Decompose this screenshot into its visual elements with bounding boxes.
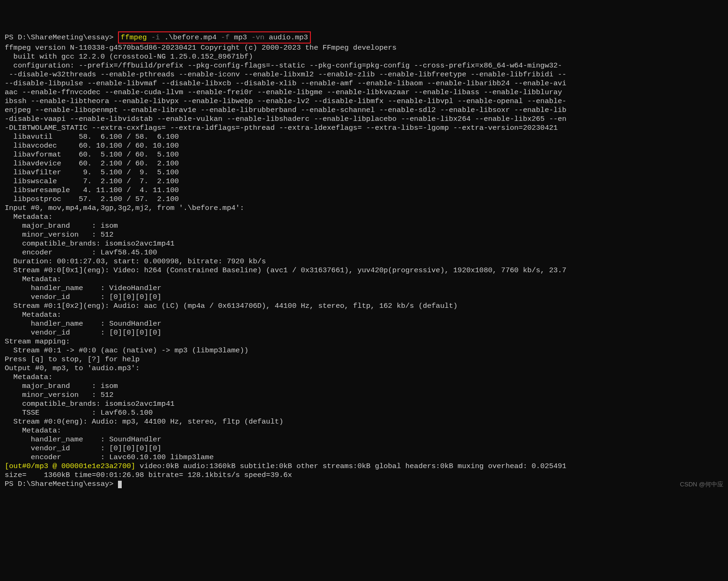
line: libavfilter 9. 5.100 / 9. 5.100 [5,168,179,177]
line: libswscale 7. 2.100 / 7. 2.100 [5,177,179,186]
line: compatible_brands: isomiso2avc1mp41 [5,239,175,248]
line: libavdevice 60. 2.100 / 60. 2.100 [5,159,179,168]
line: Metadata: [5,275,61,283]
line: handler_name : SoundHandler [5,320,162,328]
cursor-icon[interactable] [118,481,122,488]
ps-prompt: PS D:\ShareMeeting\essay> [5,480,114,488]
out-tag: [out#0/mp3 @ 000001e1e23a2700] [5,462,135,470]
line: Stream #0:0(eng): Audio: mp3, 44100 Hz, … [5,417,283,426]
watermark: CSDN @何中应 [680,480,723,489]
line: Duration: 00:01:27.03, start: 0.000998, … [5,257,266,266]
line: ibssh --enable-libtheora --enable-libvpx… [5,97,566,105]
command-highlight-box: ffmpeg -i .\before.mp4 -f mp3 -vn audio.… [118,31,311,44]
line: Input #0, mov,mp4,m4a,3gp,3g2,mj2, from … [5,204,244,212]
line: Metadata: [5,426,61,435]
line: libswresample 4. 11.100 / 4. 11.100 [5,186,179,194]
line: configuration: --prefix=/ffbuild/prefix … [5,61,562,70]
line: Press [q] to stop, [?] for help [5,355,140,364]
cmd-flag-f: -f [221,33,230,42]
line: Output #0, mp3, to 'audio.mp3': [5,364,140,372]
line: minor_version : 512 [5,391,114,399]
line: libavformat 60. 5.100 / 60. 5.100 [5,150,179,159]
cmd-arg-mp3: mp3 [234,33,247,42]
line: vendor_id : [0][0][0][0] [5,293,162,301]
line: TSSE : Lavf60.5.100 [5,409,153,417]
line: --disable-w32threads --enable-pthreads -… [5,70,566,79]
ps-prompt: PS D:\ShareMeeting\essay> [5,33,114,42]
terminal-output[interactable]: PS D:\ShareMeeting\essay> ffmpeg -i .\be… [5,31,723,489]
line: minor_version : 512 [5,231,114,239]
line: Metadata: [5,213,52,221]
cmd-flag-i: -i [151,33,160,42]
cmd-ffmpeg: ffmpeg [121,33,147,42]
cmd-arg-output: audio.mp3 [269,33,308,42]
line: compatible_brands: isomiso2avc1mp41 [5,400,175,408]
line: --disable-libpulse --enable-libvmaf --di… [5,79,566,88]
line: encoder : Lavc60.10.100 libmp3lame [5,453,213,462]
line: encoder : Lavf58.45.100 [5,248,157,257]
line: major_brand : isom [5,382,118,390]
line: major_brand : isom [5,222,118,230]
line: libavcodec 60. 10.100 / 60. 10.100 [5,142,179,150]
line: vendor_id : [0][0][0][0] [5,328,162,337]
line: Stream #0:0[0x1](eng): Video: h264 (Cons… [5,266,566,275]
line: size= 1360kB time=00:01:26.98 bitrate= 1… [5,471,292,479]
line: libpostproc 57. 2.100 / 57. 2.100 [5,195,179,203]
line: libavutil 58. 6.100 / 58. 6.100 [5,133,179,141]
line: Stream #0:1 -> #0:0 (aac (native) -> mp3… [5,346,249,355]
cmd-flag-vn: -vn [251,33,265,42]
line: Metadata: [5,311,61,319]
line: handler_name : VideoHandler [5,284,162,292]
line: -disable-vaapi --enable-libvidstab --ena… [5,115,566,123]
line: aac --enable-ffnvcodec --enable-cuda-llv… [5,88,562,97]
line: ffmpeg version N-110338-g4570ba5d86-2023… [5,44,397,52]
cmd-arg-input: .\before.mp4 [164,33,217,42]
line: handler_name : SoundHandler [5,435,162,444]
line: Metadata: [5,373,52,381]
line: -DLIBTWOLAME_STATIC --extra-cxxflags= --… [5,124,558,132]
line: built with gcc 12.2.0 (crosstool-NG 1.25… [5,52,253,61]
line: Stream #0:1[0x2](eng): Audio: aac (LC) (… [5,302,457,310]
line: vendor_id : [0][0][0][0] [5,444,162,453]
line: Stream mapping: [5,337,70,346]
line: video:0kB audio:1360kB subtitle:0kB othe… [135,462,566,470]
line: enjpeg --enable-libopenmpt --enable-libr… [5,106,566,114]
